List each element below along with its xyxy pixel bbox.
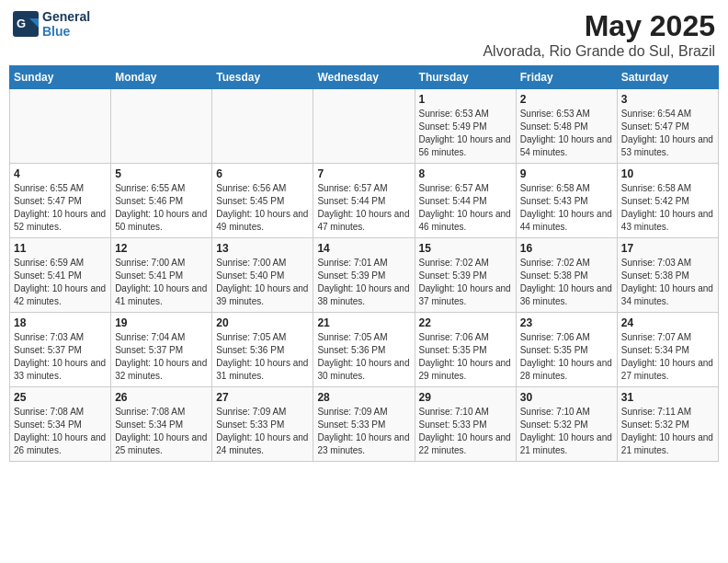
calendar-cell xyxy=(10,89,111,164)
cell-info: Sunrise: 6:53 AMSunset: 5:49 PMDaylight:… xyxy=(419,108,512,159)
calendar-cell xyxy=(313,89,415,164)
cell-info: Sunrise: 7:09 AMSunset: 5:33 PMDaylight:… xyxy=(216,406,309,457)
calendar-cell: 5Sunrise: 6:55 AMSunset: 5:46 PMDaylight… xyxy=(111,164,212,238)
cell-day-number: 1 xyxy=(419,93,512,106)
cell-info: Sunrise: 6:59 AMSunset: 5:41 PMDaylight:… xyxy=(14,257,107,308)
cell-info: Sunrise: 6:57 AMSunset: 5:44 PMDaylight:… xyxy=(317,182,410,234)
calendar-cell xyxy=(212,89,313,164)
weekday-header: Thursday xyxy=(415,66,516,89)
cell-info: Sunrise: 7:10 AMSunset: 5:32 PMDaylight:… xyxy=(520,406,613,457)
cell-day-number: 26 xyxy=(115,391,208,404)
header-row: SundayMondayTuesdayWednesdayThursdayFrid… xyxy=(10,66,719,89)
calendar-cell: 28Sunrise: 7:09 AMSunset: 5:33 PMDayligh… xyxy=(313,387,415,462)
calendar-week-row: 25Sunrise: 7:08 AMSunset: 5:34 PMDayligh… xyxy=(10,387,719,462)
weekday-header: Sunday xyxy=(10,66,111,89)
cell-info: Sunrise: 7:03 AMSunset: 5:38 PMDaylight:… xyxy=(621,257,714,308)
calendar-cell: 11Sunrise: 6:59 AMSunset: 5:41 PMDayligh… xyxy=(10,238,111,313)
cell-info: Sunrise: 7:05 AMSunset: 5:36 PMDaylight:… xyxy=(216,331,309,383)
logo: G General Blue xyxy=(13,9,90,39)
cell-info: Sunrise: 7:03 AMSunset: 5:37 PMDaylight:… xyxy=(14,331,107,383)
calendar-header: SundayMondayTuesdayWednesdayThursdayFrid… xyxy=(10,66,719,89)
calendar-cell: 30Sunrise: 7:10 AMSunset: 5:32 PMDayligh… xyxy=(516,387,617,462)
cell-info: Sunrise: 7:02 AMSunset: 5:39 PMDaylight:… xyxy=(419,257,512,308)
calendar-cell: 14Sunrise: 7:01 AMSunset: 5:39 PMDayligh… xyxy=(313,238,415,313)
calendar-cell: 17Sunrise: 7:03 AMSunset: 5:38 PMDayligh… xyxy=(617,238,718,313)
calendar-cell: 4Sunrise: 6:55 AMSunset: 5:47 PMDaylight… xyxy=(10,164,111,238)
calendar-cell: 20Sunrise: 7:05 AMSunset: 5:36 PMDayligh… xyxy=(212,313,313,387)
cell-day-number: 25 xyxy=(14,391,107,404)
calendar-cell: 22Sunrise: 7:06 AMSunset: 5:35 PMDayligh… xyxy=(415,313,516,387)
cell-day-number: 5 xyxy=(115,167,208,180)
calendar-cell: 12Sunrise: 7:00 AMSunset: 5:41 PMDayligh… xyxy=(111,238,212,313)
cell-info: Sunrise: 7:05 AMSunset: 5:36 PMDaylight:… xyxy=(317,331,410,383)
cell-info: Sunrise: 7:01 AMSunset: 5:39 PMDaylight:… xyxy=(317,257,410,308)
cell-day-number: 9 xyxy=(520,167,613,180)
cell-info: Sunrise: 7:08 AMSunset: 5:34 PMDaylight:… xyxy=(115,406,208,457)
calendar-cell: 6Sunrise: 6:56 AMSunset: 5:45 PMDaylight… xyxy=(212,164,313,238)
cell-day-number: 12 xyxy=(115,242,208,255)
weekday-header: Saturday xyxy=(617,66,718,89)
page-header: G General Blue May 2025 Alvorada, Rio Gr… xyxy=(9,9,719,60)
cell-info: Sunrise: 7:10 AMSunset: 5:33 PMDaylight:… xyxy=(419,406,512,457)
cell-info: Sunrise: 6:54 AMSunset: 5:47 PMDaylight:… xyxy=(621,108,714,159)
cell-info: Sunrise: 6:55 AMSunset: 5:47 PMDaylight:… xyxy=(14,182,107,234)
cell-info: Sunrise: 7:00 AMSunset: 5:40 PMDaylight:… xyxy=(216,257,309,308)
cell-day-number: 30 xyxy=(520,391,613,404)
calendar-cell: 16Sunrise: 7:02 AMSunset: 5:38 PMDayligh… xyxy=(516,238,617,313)
cell-day-number: 15 xyxy=(419,242,512,255)
calendar-cell: 15Sunrise: 7:02 AMSunset: 5:39 PMDayligh… xyxy=(415,238,516,313)
calendar-cell: 8Sunrise: 6:57 AMSunset: 5:44 PMDaylight… xyxy=(415,164,516,238)
cell-day-number: 28 xyxy=(317,391,410,404)
cell-info: Sunrise: 7:02 AMSunset: 5:38 PMDaylight:… xyxy=(520,257,613,308)
calendar-cell: 19Sunrise: 7:04 AMSunset: 5:37 PMDayligh… xyxy=(111,313,212,387)
cell-day-number: 4 xyxy=(14,167,107,180)
cell-day-number: 13 xyxy=(216,242,309,255)
cell-day-number: 7 xyxy=(317,167,410,180)
cell-info: Sunrise: 7:09 AMSunset: 5:33 PMDaylight:… xyxy=(317,406,410,457)
cell-day-number: 11 xyxy=(14,242,107,255)
weekday-header: Monday xyxy=(111,66,212,89)
calendar-cell: 2Sunrise: 6:53 AMSunset: 5:48 PMDaylight… xyxy=(516,89,617,164)
calendar-cell: 7Sunrise: 6:57 AMSunset: 5:44 PMDaylight… xyxy=(313,164,415,238)
cell-info: Sunrise: 7:08 AMSunset: 5:34 PMDaylight:… xyxy=(14,406,107,457)
calendar-cell: 26Sunrise: 7:08 AMSunset: 5:34 PMDayligh… xyxy=(111,387,212,462)
cell-info: Sunrise: 6:55 AMSunset: 5:46 PMDaylight:… xyxy=(115,182,208,234)
calendar-cell: 13Sunrise: 7:00 AMSunset: 5:40 PMDayligh… xyxy=(212,238,313,313)
cell-day-number: 22 xyxy=(419,316,512,329)
cell-info: Sunrise: 6:53 AMSunset: 5:48 PMDaylight:… xyxy=(520,108,613,159)
weekday-header: Friday xyxy=(516,66,617,89)
calendar-week-row: 4Sunrise: 6:55 AMSunset: 5:47 PMDaylight… xyxy=(10,164,719,238)
calendar-cell: 25Sunrise: 7:08 AMSunset: 5:34 PMDayligh… xyxy=(10,387,111,462)
calendar-cell: 23Sunrise: 7:06 AMSunset: 5:35 PMDayligh… xyxy=(516,313,617,387)
calendar-cell: 31Sunrise: 7:11 AMSunset: 5:32 PMDayligh… xyxy=(617,387,718,462)
cell-day-number: 14 xyxy=(317,242,410,255)
calendar-week-row: 1Sunrise: 6:53 AMSunset: 5:49 PMDaylight… xyxy=(10,89,719,164)
cell-info: Sunrise: 7:00 AMSunset: 5:41 PMDaylight:… xyxy=(115,257,208,308)
cell-day-number: 3 xyxy=(621,93,714,106)
cell-info: Sunrise: 6:56 AMSunset: 5:45 PMDaylight:… xyxy=(216,182,309,234)
calendar-cell: 24Sunrise: 7:07 AMSunset: 5:34 PMDayligh… xyxy=(617,313,718,387)
calendar-body: 1Sunrise: 6:53 AMSunset: 5:49 PMDaylight… xyxy=(10,89,719,462)
cell-info: Sunrise: 7:07 AMSunset: 5:34 PMDaylight:… xyxy=(621,331,714,383)
cell-day-number: 16 xyxy=(520,242,613,255)
cell-day-number: 6 xyxy=(216,167,309,180)
calendar-week-row: 18Sunrise: 7:03 AMSunset: 5:37 PMDayligh… xyxy=(10,313,719,387)
title-block: May 2025 Alvorada, Rio Grande do Sul, Br… xyxy=(483,9,715,60)
cell-day-number: 23 xyxy=(520,316,613,329)
cell-info: Sunrise: 6:58 AMSunset: 5:43 PMDaylight:… xyxy=(520,182,613,234)
cell-info: Sunrise: 7:06 AMSunset: 5:35 PMDaylight:… xyxy=(520,331,613,383)
calendar-cell: 18Sunrise: 7:03 AMSunset: 5:37 PMDayligh… xyxy=(10,313,111,387)
cell-day-number: 18 xyxy=(14,316,107,329)
cell-info: Sunrise: 7:06 AMSunset: 5:35 PMDaylight:… xyxy=(419,331,512,383)
cell-day-number: 8 xyxy=(419,167,512,180)
cell-day-number: 31 xyxy=(621,391,714,404)
cell-day-number: 20 xyxy=(216,316,309,329)
cell-day-number: 2 xyxy=(520,93,613,106)
svg-text:G: G xyxy=(17,17,26,30)
calendar-cell: 10Sunrise: 6:58 AMSunset: 5:42 PMDayligh… xyxy=(617,164,718,238)
page-subtitle: Alvorada, Rio Grande do Sul, Brazil xyxy=(483,43,715,60)
calendar-cell: 9Sunrise: 6:58 AMSunset: 5:43 PMDaylight… xyxy=(516,164,617,238)
calendar-cell: 21Sunrise: 7:05 AMSunset: 5:36 PMDayligh… xyxy=(313,313,415,387)
cell-day-number: 29 xyxy=(419,391,512,404)
cell-day-number: 19 xyxy=(115,316,208,329)
